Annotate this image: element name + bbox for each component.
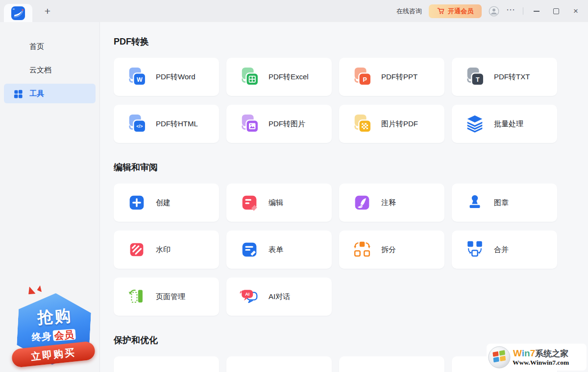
sparkle-icon [26, 285, 35, 296]
tool-card-watermark[interactable]: 水印 [114, 231, 219, 269]
watermark-brand-letter: n [524, 348, 530, 358]
tool-section: PDF转换PDF转WordPDF转ExcelPDF转PPTPDF转TXTPDF转… [114, 37, 588, 143]
tool-card-label: 水印 [156, 245, 171, 255]
tool-card-pdf-to-word[interactable]: PDF转Word [114, 58, 219, 96]
tool-card-label: PDF转HTML [156, 119, 198, 129]
app-tab[interactable] [4, 4, 32, 22]
minimize-icon [534, 11, 539, 12]
section-title: PDF转换 [114, 37, 588, 47]
pdf-to-word-icon [126, 67, 147, 87]
pdf-to-ppt-icon [352, 67, 372, 87]
tool-card-label: 图章 [494, 198, 509, 208]
sidebar-item-tools[interactable]: 工具 [4, 84, 96, 103]
tool-card-annotate[interactable]: 注释 [339, 184, 444, 222]
tool-card-label: PDF转Word [156, 72, 196, 82]
pdf-to-image-icon [239, 114, 260, 134]
watermark-brand-letter: 7 [530, 348, 536, 358]
watermark-icon [126, 239, 147, 260]
main-content: PDF转换PDF转WordPDF转ExcelPDF转PPTPDF转TXTPDF转… [100, 22, 588, 372]
tool-card-stub[interactable] [226, 356, 332, 372]
watermark-brand-letter: W [513, 348, 522, 358]
pdf-to-txt-icon [465, 67, 485, 87]
avatar-icon[interactable] [489, 6, 499, 17]
tool-card-batch-process[interactable]: 批量处理 [452, 105, 557, 143]
edit-icon [239, 192, 260, 213]
tool-card-label: 拆分 [381, 245, 396, 255]
vip-button-label: 开通会员 [448, 7, 473, 16]
tool-card-pdf-to-excel[interactable]: PDF转Excel [226, 58, 332, 96]
split-icon [352, 239, 372, 260]
more-menu-button[interactable]: ⋯ [506, 7, 516, 15]
home-icon [13, 42, 23, 52]
tool-card-pdf-to-ppt[interactable]: PDF转PPT [339, 58, 444, 96]
image-to-pdf-icon [352, 114, 372, 134]
titlebar: + 在线咨询 开通会员 ⋯ × [0, 0, 588, 22]
winwin7-watermark: Win7系统之家 Www.Winwin7.com [487, 344, 587, 371]
online-consult-link[interactable]: 在线咨询 [396, 7, 422, 16]
tool-card-edit[interactable]: 编辑 [226, 184, 332, 222]
tool-card-label: 注释 [381, 198, 396, 208]
titlebar-divider [523, 7, 523, 15]
create-icon [126, 192, 147, 213]
tool-card-label: 图片转PDF [381, 119, 418, 129]
tool-card-pdf-to-txt[interactable]: PDF转TXT [452, 58, 557, 96]
tool-card-pdf-to-html[interactable]: PDF转HTML [114, 105, 219, 143]
tool-card-stamp[interactable]: 图章 [452, 184, 557, 222]
minimize-button[interactable] [530, 5, 543, 18]
tool-card-label: 表单 [269, 245, 283, 255]
close-button[interactable]: × [569, 5, 582, 18]
batch-process-icon [465, 114, 485, 134]
sidebar-item-home[interactable]: 首页 [4, 37, 96, 56]
watermark-url: Www.Winwin7.com [513, 359, 569, 367]
app-window: + 在线咨询 开通会员 ⋯ × 首页 云文档 [0, 0, 588, 372]
merge-icon [465, 239, 485, 260]
cloud-doc-icon [13, 65, 23, 75]
tool-card-label: PDF转PPT [381, 72, 417, 82]
tool-card-pdf-to-image[interactable]: PDF转图片 [226, 105, 332, 143]
tool-card-image-to-pdf[interactable]: 图片转PDF [339, 105, 444, 143]
stamp-icon [465, 192, 485, 213]
annotate-icon [352, 192, 372, 213]
maximize-button[interactable] [550, 5, 563, 18]
tool-card-label: PDF转图片 [269, 119, 305, 129]
tool-card-label: AI对话 [269, 292, 290, 302]
ai-chat-icon [239, 286, 260, 307]
tool-card-label: 创建 [156, 198, 171, 208]
sidebar-item-label: 工具 [29, 89, 44, 98]
tool-card-merge[interactable]: 合并 [452, 231, 557, 269]
form-icon [239, 239, 260, 260]
vip-button[interactable]: 开通会员 [429, 4, 482, 18]
new-tab-button[interactable]: + [40, 4, 55, 19]
sidebar-item-label: 首页 [29, 42, 44, 51]
tool-card-label: 批量处理 [494, 119, 523, 129]
tool-card-label: 合并 [494, 245, 509, 255]
tool-card-label: 页面管理 [156, 292, 185, 302]
sidebar-item-cloud-docs[interactable]: 云文档 [4, 60, 96, 80]
lifetime-vip-promo-badge[interactable]: 抢购 终身会员 立即购买 [12, 285, 96, 370]
tool-card-page-manage[interactable]: 页面管理 [114, 278, 219, 316]
tools-grid-icon [13, 89, 23, 99]
page-manage-icon [126, 286, 147, 307]
watermark-brand: Win7系统之家 [513, 348, 568, 359]
tool-card-ai-chat[interactable]: AI对话 [226, 278, 332, 316]
tool-card-label: 编辑 [269, 198, 283, 208]
sidebar-item-label: 云文档 [29, 66, 51, 75]
tool-card-label: PDF转TXT [494, 72, 530, 82]
tool-section: 编辑和审阅创建编辑注释图章水印表单拆分合并页面管理AI对话 [114, 163, 588, 316]
app-logo-icon [11, 6, 25, 20]
tool-card-split[interactable]: 拆分 [339, 231, 444, 269]
windows-logo-icon [488, 346, 511, 369]
tool-card-form[interactable]: 表单 [226, 231, 332, 269]
promo-highlight: 会员 [52, 329, 75, 341]
pdf-to-html-icon [126, 114, 147, 134]
section-title: 编辑和审阅 [114, 163, 588, 173]
sparkle-icon [37, 285, 43, 292]
tool-card-stub[interactable] [114, 356, 219, 372]
tool-card-stub[interactable] [339, 356, 444, 372]
tool-card-create[interactable]: 创建 [114, 184, 219, 222]
cart-icon [437, 7, 444, 15]
tool-card-label: PDF转Excel [269, 72, 309, 82]
maximize-icon [553, 8, 559, 14]
close-icon: × [573, 7, 578, 15]
promo-headline: 抢购 [18, 303, 92, 330]
